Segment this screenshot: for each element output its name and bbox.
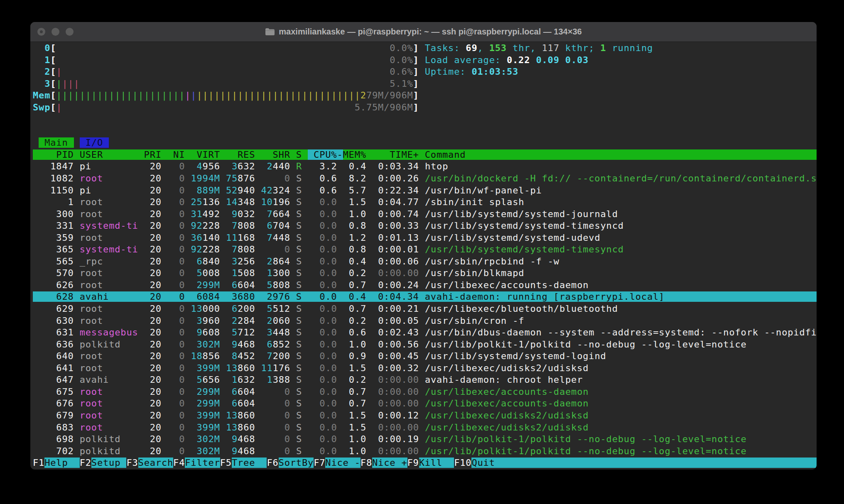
cell-ni: 0 (167, 280, 185, 290)
cell-shr: 7 (267, 209, 273, 219)
cell-res: 032 (238, 209, 255, 219)
fnlabel-F4[interactable]: Filter (185, 458, 220, 468)
fnkey-F10[interactable]: F10 (454, 458, 471, 468)
tab-io[interactable]: I/O (80, 137, 109, 148)
cell-mem: 0.7 (343, 387, 366, 397)
cell-user: root (80, 398, 138, 409)
process-row-675[interactable]: 675 root 20 0 299M 6604 0 S 0.0 0.7 0:00… (33, 386, 817, 398)
process-row-1847[interactable]: 1847 pi 20 0 4956 3632 2440 R 3.2 0.4 0:… (33, 161, 817, 173)
process-row-1082[interactable]: 1082 root 20 0 1994M 75876 0 S 0.6 8.2 0… (33, 173, 817, 185)
process-row-629[interactable]: 629 root 20 0 13000 6200 5512 S 0.0 0.7 … (33, 303, 817, 315)
cell-pid: 698 (33, 434, 74, 444)
zoom-button[interactable] (66, 28, 74, 36)
fnkey-F7[interactable]: F7 (314, 458, 325, 468)
cell-command: /usr/libexec/accounts-daemon (425, 387, 589, 397)
cell-res: 9 (232, 209, 238, 219)
tab-main[interactable]: Main (39, 137, 74, 148)
process-row-1150[interactable]: 1150 pi 20 0 889M 52940 42324 S 0.6 5.7 … (33, 185, 817, 197)
process-row-636[interactable]: 636 polkitd 20 0 302M 9468 6852 S 0.0 1.… (33, 339, 817, 351)
cell-pid: 570 (33, 268, 74, 278)
process-row-641[interactable]: 641 root 20 0 399M 13860 11176 S 0.0 1.5… (33, 362, 817, 374)
cell-virt: 399M (196, 363, 220, 373)
header-columns[interactable]: PID USER PRI NI VIRT RES SHR S (33, 149, 308, 160)
process-row-300[interactable]: 300 root 20 0 31492 9032 7664 S 0.0 1.0 … (33, 208, 817, 220)
fnkey-F3[interactable]: F3 (126, 458, 138, 468)
fnkey-F6[interactable]: F6 (267, 458, 278, 468)
cell-state: S (296, 422, 302, 433)
process-row-565[interactable]: 565 _rpc 20 0 6840 3256 2864 S 0.0 0.4 0… (33, 256, 817, 268)
fnkey-F5[interactable]: F5 (220, 458, 232, 468)
process-row-631[interactable]: 631 messagebus 20 0 9608 5712 3448 S 0.0… (33, 327, 817, 339)
process-row-630[interactable]: 630 root 20 0 3960 2284 2060 S 0.0 0.2 0… (33, 315, 817, 327)
cell-res: 604 (238, 398, 255, 409)
process-row-626[interactable]: 626 root 20 0 299M 6604 5808 S 0.0 0.7 0… (33, 279, 817, 291)
window-title-area: maximiliankaske — pi@raspberrypi: ~ — ss… (30, 27, 817, 37)
fnlabel-F7[interactable]: Nice - (325, 458, 361, 468)
cell-command: /usr/lib/systemd/systemd-timesyncd (425, 220, 624, 231)
cell-user: root (80, 410, 138, 421)
cell-pri: 20 (144, 173, 162, 183)
process-row-640[interactable]: 640 root 20 0 18856 8452 7200 S 0.0 0.9 … (33, 350, 817, 362)
process-row-683[interactable]: 683 root 20 0 399M 13860 0 S 0.0 1.5 0:0… (33, 422, 817, 434)
close-button[interactable] (37, 28, 45, 36)
fnlabel-F3[interactable]: Search (138, 458, 174, 468)
fnlabel-F8[interactable]: Nice + (372, 458, 407, 468)
cell-mem: 0.4 (343, 256, 366, 267)
cell-shr: 0 (285, 387, 290, 397)
cell-state: S (296, 232, 302, 243)
fnlabel-F6[interactable]: SortBy (279, 458, 314, 468)
cell-shr: 2 (267, 256, 273, 267)
cell-user: root (80, 387, 138, 397)
cell-state: S (296, 220, 302, 231)
process-row-676[interactable]: 676 root 20 0 299M 6604 0 S 0.0 0.7 0:00… (33, 398, 817, 410)
cell-time: 0:00.06 (372, 256, 419, 267)
process-row-359[interactable]: 359 root 20 0 36140 11168 7448 S 0.0 1.2… (33, 232, 817, 244)
process-row-628[interactable]: 628 avahi 20 0 6084 3680 2976 S 0.0 0.4 … (33, 291, 817, 303)
cell-mem: 0.7 (343, 280, 366, 290)
cell-mem: 0.9 (343, 351, 366, 361)
fnlabel-F1[interactable]: Help (44, 458, 80, 468)
cell-ni: 0 (167, 173, 185, 183)
cell-command: /usr/libexec/udisks2/udisksd (425, 363, 589, 373)
cell-shr: 196 (273, 197, 290, 207)
fnkey-F4[interactable]: F4 (173, 458, 185, 468)
cell-ni: 0 (167, 161, 185, 171)
process-row-647[interactable]: 647 avahi 20 0 5656 1632 1388 S 0.0 0.2 … (33, 374, 817, 386)
cell-cpu: 0.0 (308, 244, 337, 254)
cell-user: root (80, 173, 138, 183)
process-row-331[interactable]: 331 systemd-ti 20 0 92228 7808 6704 S 0.… (33, 220, 817, 232)
fnkey-F2[interactable]: F2 (80, 458, 91, 468)
column-sort-cpu[interactable]: CPU%- (308, 149, 343, 160)
minimize-button[interactable] (52, 28, 59, 36)
fnlabel-F2[interactable]: Setup (91, 458, 127, 468)
cell-user: avahi (80, 374, 138, 385)
process-row-702[interactable]: 702 polkitd 20 0 302M 9468 0 S 0.0 1.0 0… (33, 445, 817, 458)
cpu0-meter-label: 0 (33, 43, 50, 53)
cell-time: 0:00.45 (372, 351, 419, 361)
fnkey-F8[interactable]: F8 (361, 458, 372, 468)
cell-res: 6 (232, 398, 238, 409)
cell-res: 712 (238, 327, 255, 338)
table-header[interactable]: PID USER PRI NI VIRT RES SHR S CPU%-MEM%… (33, 149, 817, 161)
process-row-1[interactable]: 1 root 20 0 25136 14348 10196 S 0.0 1.5 … (33, 196, 817, 208)
spacer (33, 125, 817, 137)
cell-shr: 11 (261, 363, 272, 373)
fnlabel-F9[interactable]: Kill (419, 458, 454, 468)
cell-res: 9 (232, 434, 238, 444)
cell-command: /usr/sbin/blkmapd (425, 268, 524, 278)
fnlabel-F10[interactable]: Quit (471, 458, 507, 468)
fnkey-F1[interactable]: F1 (33, 458, 44, 468)
cell-virt: 299M (196, 387, 220, 397)
process-row-570[interactable]: 570 root 20 0 5008 1508 1300 S 0.0 0.2 0… (33, 267, 817, 279)
process-row-698[interactable]: 698 polkitd 20 0 302M 9468 0 S 0.0 1.0 0… (33, 433, 817, 445)
terminal-screen[interactable]: 0[ 0.0%] Tasks: 69, 153 thr, 117 kthr; 1… (33, 42, 817, 470)
cell-ni: 0 (167, 232, 185, 243)
fnlabel-F5[interactable]: Tree (232, 458, 267, 468)
process-row-365[interactable]: 365 systemd-ti 20 0 92228 7808 0 S 0.0 0… (33, 244, 817, 256)
traffic-lights (30, 28, 74, 36)
header-columns[interactable]: MEM% TIME+ Command (343, 149, 817, 160)
fnkey-F9[interactable]: F9 (407, 458, 419, 468)
cell-virt: 656 (203, 374, 220, 385)
process-row-679[interactable]: 679 root 20 0 399M 13860 0 S 0.0 1.5 0:0… (33, 410, 817, 422)
cell-command: /usr/bin/dbus-daemon --system --address=… (425, 327, 817, 338)
